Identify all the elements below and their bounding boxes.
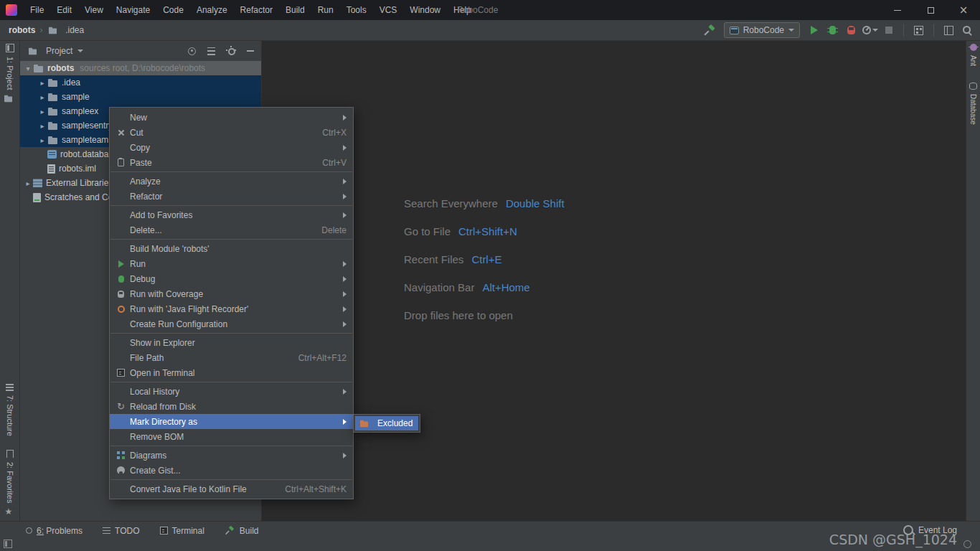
maximize-button[interactable] [914,0,947,20]
menubar-build[interactable]: Build [279,0,311,20]
menu-item-file-path[interactable]: File PathCtrl+Alt+F12 [110,350,353,365]
menu-separator [110,333,352,334]
menu-item-remove-bom[interactable]: Remove BOM [110,429,353,444]
tree-row[interactable]: ▸ sample [20,90,261,104]
menu-item-label: Run with Coverage [130,289,203,299]
profiler-button[interactable] [862,22,878,38]
blank-icon [114,191,128,202]
blank-icon [114,484,128,495]
toolwindow-switcher-icon[interactable] [4,540,12,548]
menu-separator [110,171,352,172]
menubar-analyze[interactable]: Analyze [190,0,234,20]
minimize-button[interactable] [881,0,914,20]
todo-icon [103,527,110,534]
close-button[interactable]: × [947,0,980,20]
breadcrumb-child[interactable]: .idea [65,25,84,35]
menubar-vcs[interactable]: VCS [373,0,404,20]
menu-item-create-run-configuration[interactable]: Create Run Configuration [110,316,353,331]
todo-button[interactable]: TODO [103,526,139,536]
problems-button[interactable]: 6: Problems [26,526,83,536]
menu-item-mark-directory-as[interactable]: Mark Directory as [110,414,353,429]
menu-item-analyze[interactable]: Analyze [110,174,353,189]
menu-item-label: Analyze [130,176,161,187]
build-project-button[interactable] [702,22,718,38]
tool-tab-project[interactable]: 1: Project [0,44,19,103]
menu-item-create-gist[interactable]: Create Gist... [110,463,353,478]
cut-icon [114,127,128,138]
favorites-star-button[interactable] [0,507,19,517]
tree-row-root[interactable]: ▾ robots sources root, D:\robocode\robot… [20,61,261,75]
breadcrumb-root[interactable]: robots [9,25,35,35]
menu-item-convert-java-to-kotlin[interactable]: Convert Java File to Kotlin FileCtrl+Alt… [110,481,353,496]
menubar-file[interactable]: File [24,0,50,20]
menubar-tools[interactable]: Tools [340,0,373,20]
menu-item-diagrams[interactable]: Diagrams [110,448,353,463]
folder-icon [47,93,58,102]
tool-tab-database[interactable]: Database [966,83,980,125]
menu-item-run-with-jfr[interactable]: Run with 'Java Flight Recorder' [110,301,353,316]
menu-item-cut[interactable]: CutCtrl+X [110,125,353,140]
menu-item-reload-from-disk[interactable]: ↻Reload from Disk [110,399,353,414]
menubar-code[interactable]: Code [156,0,190,20]
problems-icon [26,527,32,534]
coverage-button[interactable] [843,22,859,38]
menu-item-run-with-coverage[interactable]: Run with Coverage [110,286,353,301]
chevron-collapsed-icon[interactable]: ▸ [37,93,47,101]
menu-item-open-in-terminal[interactable]: Open in Terminal [110,365,353,380]
menu-item-add-to-favorites[interactable]: Add to Favorites [110,207,353,222]
run-configuration-select[interactable]: RoboCode [724,22,800,38]
search-everywhere-button[interactable] [959,22,976,38]
chevron-collapsed-icon[interactable]: ▸ [23,179,33,187]
project-panel-actions [188,47,254,55]
tree-row[interactable]: ▸ .idea [20,75,261,90]
collapse-all-icon[interactable] [207,47,215,55]
submenu-item-label: Excluded [377,418,413,428]
menubar-window[interactable]: Window [403,0,447,20]
menubar-run[interactable]: Run [311,0,340,20]
menu-item-run[interactable]: Run [110,256,353,271]
paste-icon [114,157,128,169]
chevron-collapsed-icon[interactable]: ▸ [37,79,47,87]
status-corner-icon[interactable] [963,540,971,548]
chevron-collapsed-icon[interactable]: ▸ [37,108,47,116]
menu-item-debug[interactable]: Debug [110,271,353,286]
blank-icon [114,337,128,349]
locate-file-icon[interactable] [188,47,196,55]
menu-item-copy[interactable]: Copy [110,140,353,155]
menu-item-delete[interactable]: Delete...Delete [110,222,353,237]
menu-item-show-in-explorer[interactable]: Show in Explorer [110,335,353,350]
menu-item-refactor[interactable]: Refactor [110,189,353,204]
debug-button[interactable] [824,22,841,38]
terminal-button[interactable]: Terminal [160,526,204,536]
tool-tab-structure[interactable]: 7: Structure [0,384,19,436]
menu-item-paste[interactable]: PasteCtrl+V [110,155,353,170]
chevron-collapsed-icon[interactable]: ▸ [37,122,47,130]
menu-item-new[interactable]: New [110,110,353,125]
gear-icon[interactable] [227,47,235,55]
chevron-collapsed-icon[interactable]: ▸ [37,136,47,144]
menubar-navigate[interactable]: Navigate [110,0,156,20]
submenu-item-excluded[interactable]: Excluded [355,416,418,430]
menu-item-label: File Path [130,353,164,363]
project-structure-button[interactable] [910,22,927,38]
tool-tab-favorites[interactable]: 2: Favorites [0,450,19,503]
hammer-icon [705,25,715,36]
menu-item-local-history[interactable]: Local History [110,384,353,399]
submenu-arrow-icon [343,276,347,282]
build-tab-button[interactable]: Build [225,525,259,536]
menu-item-build-module[interactable]: Build Module 'robots' [110,241,353,256]
menu-item-shortcut: Ctrl+Alt+Shift+K [272,484,347,494]
menubar-refactor[interactable]: Refactor [234,0,279,20]
tool-tab-ant[interactable]: Ant [966,44,980,66]
layout-button[interactable] [941,22,957,38]
tree-item-label: samplesentry [62,121,113,131]
run-button[interactable] [806,22,822,38]
menubar-view[interactable]: View [78,0,110,20]
project-panel-title[interactable]: Project [46,46,72,56]
chevron-expanded-icon[interactable]: ▾ [23,65,33,72]
blank-icon [114,209,128,221]
chevron-down-icon[interactable] [77,50,83,52]
hide-panel-icon[interactable] [247,50,254,52]
tree-root-label: robots [47,63,74,73]
menubar-edit[interactable]: Edit [50,0,78,20]
